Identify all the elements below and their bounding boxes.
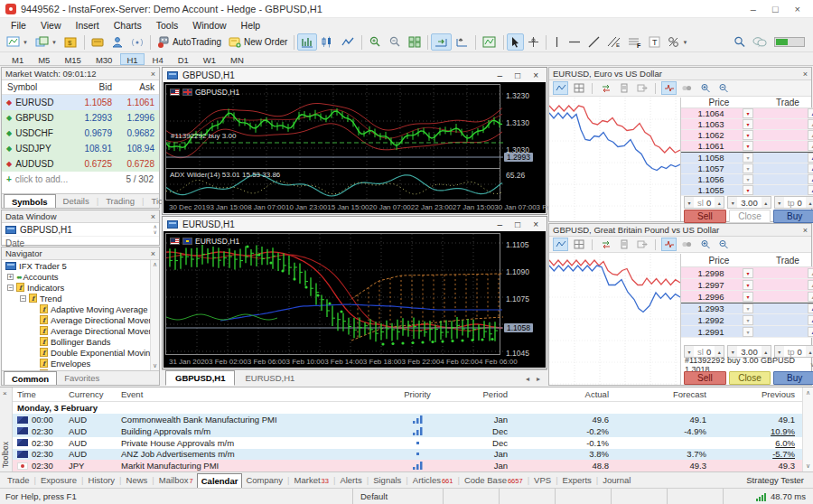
tab-trading[interactable]: Trading <box>98 194 142 208</box>
circles-icon[interactable] <box>679 81 695 95</box>
tab-calendar[interactable]: Calendar <box>197 473 243 489</box>
chart-tab-gbpusd[interactable]: GBPUSD,H1 <box>165 370 235 386</box>
menu-insert[interactable]: Insert <box>69 20 107 31</box>
close-icon[interactable]: × <box>533 70 538 80</box>
profile-cell[interactable]: Default <box>352 489 443 504</box>
bid-row[interactable]: 1.1057▾▴ <box>681 163 813 174</box>
scroll-down-icon[interactable]: ∨ <box>154 229 157 235</box>
buy-stop-icon[interactable]: ▴ <box>808 108 813 118</box>
close-button[interactable]: Close <box>729 210 771 223</box>
tf-w1[interactable]: W1 <box>197 53 222 65</box>
calendar-row[interactable]: 02:30 AUD ANZ Job Advertisements m/m Jan… <box>13 449 802 461</box>
candle-chart-mode-button[interactable] <box>317 33 338 51</box>
navigator-button[interactable] <box>108 33 127 51</box>
tab-details[interactable]: Details <box>56 194 97 208</box>
crosshair-tool-button[interactable] <box>524 33 543 51</box>
tf-m15[interactable]: M15 <box>58 53 87 65</box>
tab-company[interactable]: Company <box>242 475 286 485</box>
pulse-icon[interactable] <box>661 238 677 251</box>
market-watch-button[interactable] <box>88 33 108 51</box>
profiles-button[interactable]: ▼ <box>32 33 61 51</box>
strategy-tester-label[interactable]: Strategy Tester <box>746 475 809 485</box>
indicators-button[interactable] <box>479 33 500 51</box>
tf-h4[interactable]: H4 <box>146 53 170 65</box>
ask-row[interactable]: 1.1062▾▴ <box>681 130 813 141</box>
ask-row[interactable]: 1.2996▾▴ <box>681 291 813 303</box>
tab-common[interactable]: Common <box>4 371 57 385</box>
tab-news[interactable]: News <box>123 475 152 485</box>
tree-item[interactable]: fAdaptive Moving Average <box>2 303 150 314</box>
chart-shift-button[interactable] <box>452 33 472 51</box>
data-window-button[interactable]: $ <box>61 33 81 51</box>
tab-history[interactable]: History <box>85 475 119 485</box>
tf-d1[interactable]: D1 <box>172 53 195 65</box>
tab-journal[interactable]: Journal <box>599 475 634 485</box>
menu-charts[interactable]: Charts <box>107 20 149 31</box>
tab-vps[interactable]: VPS <box>530 475 555 485</box>
maximize-icon[interactable]: □ <box>515 219 520 229</box>
close-icon[interactable]: × <box>151 249 155 258</box>
tf-m1[interactable]: M1 <box>5 53 30 65</box>
orders-icon[interactable] <box>616 238 631 251</box>
chart-tab-eurusd[interactable]: EURUSD,H1 <box>235 370 304 386</box>
ask-row[interactable]: 1.2997▾▴ <box>681 279 813 291</box>
calendar-row[interactable]: 02:30 AUD Building Approvals m/m Dec -0.… <box>13 425 802 437</box>
gbpusd-chart-area[interactable]: GBPUSD,H1 #11392292 buy 3.00 ADX Wilder(… <box>164 82 546 213</box>
tp-stepper[interactable]: ▾tp0▴ <box>774 196 813 209</box>
gbpusd-chart-titlebar[interactable]: GBPUSD,H1 – □ × <box>163 68 547 82</box>
bid-row[interactable]: 1.2991▾▴ <box>681 326 813 338</box>
tree-item[interactable]: fAverage Directional Movement <box>2 325 150 336</box>
eurusd-chart-area[interactable]: EURUSD,H1 1.1105 1.1090 1.1075 1.1060 1.… <box>164 231 546 368</box>
click-to-add-row[interactable]: + click to add... 5 / 302 <box>2 172 159 186</box>
depth-grid-icon[interactable] <box>571 81 586 95</box>
tab-exposure[interactable]: Exposure <box>37 475 80 485</box>
symbol-row-gbpusd[interactable]: ◆GBPUSD 1.29931.2996 <box>2 110 159 126</box>
circles-icon[interactable] <box>679 238 695 251</box>
ask-row[interactable]: 1.1064▾▴ <box>681 108 813 119</box>
tile-windows-button[interactable] <box>405 33 425 51</box>
tree-item[interactable]: fAverage Directional Movement <box>2 314 150 325</box>
zoom-out-icon[interactable] <box>715 81 731 95</box>
tab-codebase[interactable]: Code Base6657 <box>461 475 527 485</box>
tab-market[interactable]: Market33 <box>291 475 332 485</box>
bid-row[interactable]: 1.1056▾▴ <box>681 174 813 185</box>
channel-tool[interactable]: E <box>603 33 624 51</box>
window-close-button[interactable]: × <box>795 4 800 14</box>
tree-item[interactable]: fBollinger Bands <box>2 336 150 347</box>
new-order-button[interactable]: New Order <box>225 33 291 51</box>
zoom-in-icon[interactable] <box>697 238 713 251</box>
tree-item[interactable]: fDouble Exponential Moving Av <box>2 347 150 358</box>
ask-row[interactable]: 1.1061▾▴ <box>681 141 813 152</box>
collapse-icon[interactable]: − <box>20 295 26 302</box>
shapes-tool[interactable]: ▼ <box>664 33 691 51</box>
tab-favorites[interactable]: Favorites <box>57 371 107 385</box>
window-minimize-button[interactable]: – <box>751 4 756 14</box>
menu-file[interactable]: File <box>4 20 33 31</box>
bid-row[interactable]: 1.2992▾▴ <box>681 314 813 326</box>
menu-window[interactable]: Window <box>185 20 233 31</box>
cursor-tool-button[interactable] <box>507 33 524 51</box>
ask-row[interactable]: 1.2998▾▴ <box>681 267 813 279</box>
chat-icon[interactable] <box>752 36 767 48</box>
eurusd-chart-titlebar[interactable]: EURUSD,H1 – □ × <box>163 217 547 231</box>
autotrading-button[interactable]: AutoTrading <box>154 33 225 51</box>
new-chart-button[interactable]: ▼ <box>3 33 32 51</box>
orders-icon[interactable] <box>616 81 631 95</box>
depth-grid-icon[interactable] <box>571 238 586 251</box>
tab-mailbox[interactable]: Mailbox7 <box>155 475 197 485</box>
zoom-in-icon[interactable] <box>697 81 713 95</box>
line-chart-mode-button[interactable] <box>338 33 359 51</box>
expand-icon[interactable]: + <box>7 274 14 280</box>
tab-alerts[interactable]: Alerts <box>336 475 365 485</box>
close-icon[interactable]: × <box>803 70 808 79</box>
bid-row[interactable]: 1.2993▾▴ <box>681 303 813 314</box>
symbol-row-usdchf[interactable]: ◆USDCHF 0.96790.9682 <box>2 126 159 141</box>
tf-h1[interactable]: H1 <box>120 53 144 65</box>
vertical-line-tool[interactable] <box>549 33 565 51</box>
calendar-scrollbar[interactable]: ∧∨ <box>802 387 813 471</box>
sl-stepper[interactable]: ▾sl0▴ <box>684 196 724 209</box>
tree-item[interactable]: fEnvelopes <box>2 358 150 369</box>
export-icon[interactable] <box>634 81 649 95</box>
tree-root[interactable]: IFX Trader 5 <box>2 260 150 271</box>
bar-chart-mode-button[interactable] <box>297 33 317 51</box>
